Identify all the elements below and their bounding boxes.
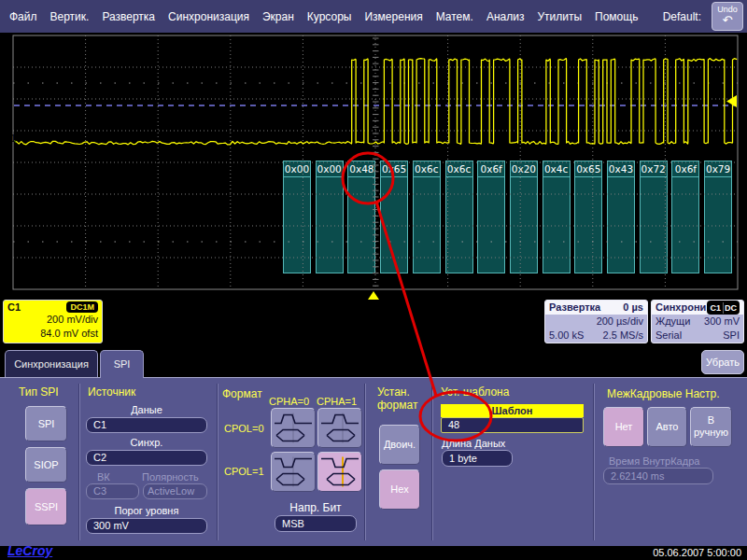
cpol0-cpha0-diagram-button[interactable] xyxy=(271,408,316,448)
polarity-label: Полярность xyxy=(142,471,199,483)
channel-scale: 200 mV/div xyxy=(7,313,98,327)
menu-items: ФайлВертик.РазверткаСинхронизацияЭкранКу… xyxy=(9,10,638,23)
bit-direction-select[interactable]: MSB xyxy=(275,515,357,532)
trigger-mode: Ждущи xyxy=(655,315,690,329)
menu-item-матем[interactable]: Матем. xyxy=(436,10,473,23)
decode-byte: 0x65 xyxy=(574,161,602,273)
menu-item-курсоры[interactable]: Курсоры xyxy=(307,10,352,23)
spi-type-title: Тип SPI xyxy=(19,385,59,399)
channel-c1-box[interactable]: C1 DC1M 200 mV/div 84.0 mV ofst xyxy=(3,300,103,343)
status-bar: LeCroy 05.06.2007 5:00:00 xyxy=(0,546,747,560)
decode-byte-value: 0x00 xyxy=(317,161,343,177)
spi-type-sspi-button[interactable]: SSPI xyxy=(25,488,67,525)
spi-type-siop-button[interactable]: SIOP xyxy=(25,447,67,483)
trigger-type: SPI xyxy=(723,329,740,343)
source-title: Источник xyxy=(88,385,135,399)
decode-byte: 0x00 xyxy=(316,161,344,273)
menu-item-файл[interactable]: Файл xyxy=(9,10,37,23)
trigger-title: Синхрони xyxy=(655,301,706,315)
decode-byte-value: 0x00 xyxy=(284,161,310,177)
lecroy-logo[interactable]: LeCroy xyxy=(7,543,52,558)
close-dialog-button[interactable]: Убрать xyxy=(701,350,744,374)
menu-item-экран[interactable]: Экран xyxy=(262,10,294,23)
divider xyxy=(78,384,80,540)
polarity-select: ActiveLow xyxy=(143,483,207,499)
spi-trigger-dialog: Тип SPI SPI SIOP SSPI Источник Даные C1 … xyxy=(0,377,747,546)
interframe-title: МежКадровые Настр. xyxy=(607,387,720,400)
timebase-rate: 2.5 MS/s xyxy=(603,329,643,343)
decode-byte-value: 0x79 xyxy=(705,161,731,177)
undo-button[interactable]: Undo ↶ xyxy=(712,2,743,31)
decode-byte-value: 0x6f xyxy=(478,161,504,177)
hex-format-button[interactable]: Hex xyxy=(379,469,420,510)
pattern-title: Уст. шаблона xyxy=(441,385,509,399)
cpol1-label: CPOL=1 xyxy=(224,466,264,477)
decode-byte: 0x6c xyxy=(445,161,473,273)
cpol1-cpha0-diagram-button[interactable] xyxy=(271,452,316,492)
decode-byte-value: 0x65 xyxy=(575,161,601,177)
decode-byte-value: 0x43 xyxy=(608,161,634,177)
cs-label: ВК xyxy=(97,471,110,483)
trigger-box[interactable]: Синхрони C1 DC Ждущи 300 mV Serial SPI xyxy=(651,300,744,343)
data-source-select[interactable]: C1 xyxy=(86,417,207,433)
decode-byte: 0x65 xyxy=(380,161,408,273)
trigger-mode2: Serial xyxy=(655,329,682,343)
clock-source-select[interactable]: C2 xyxy=(86,450,207,466)
view-format-title-2: формат xyxy=(377,399,417,412)
data-source-label: Даные xyxy=(86,404,207,415)
coupling-badge: DC1M xyxy=(66,301,98,313)
cpol0-label: CPOL=0 xyxy=(224,423,264,434)
clock-source-label: Синхр. xyxy=(86,437,207,448)
trigger-source: C1 xyxy=(709,302,722,314)
menu-item-анализ[interactable]: Анализ xyxy=(486,10,525,23)
decode-byte: 0x4c xyxy=(543,161,571,273)
cpol1-cpha1-diagram-button[interactable] xyxy=(317,452,362,492)
divider xyxy=(431,384,433,540)
threshold-label: Порог уровня xyxy=(86,505,207,516)
decode-byte-value: 0x20 xyxy=(511,161,537,177)
interframe-none-button[interactable]: Нет xyxy=(603,407,644,447)
timebase-samples: 5.00 kS xyxy=(549,329,584,343)
interframe-auto-button[interactable]: Авто xyxy=(647,407,687,447)
menu-item-вертик[interactable]: Вертик. xyxy=(50,10,90,23)
timebase-title: Развертка xyxy=(549,301,600,315)
decode-byte: 0x79 xyxy=(704,161,732,273)
decode-byte-value: 0x65 xyxy=(381,161,407,177)
decode-byte: 0x48 xyxy=(347,161,375,273)
menu-item-измерения[interactable]: Измерения xyxy=(364,10,422,23)
tab-trigger[interactable]: Синхронизация xyxy=(5,350,98,378)
cpha0-label: CPHA=0 xyxy=(269,396,309,407)
timebase-box[interactable]: Развертка 0 µs 200 µs/div 5.00 kS 2.5 MS… xyxy=(544,300,648,343)
view-format-title-1: Устан. xyxy=(377,385,410,399)
intraframe-time-label: Время ВнутрКадра xyxy=(609,455,699,467)
spi-type-spi-button[interactable]: SPI xyxy=(25,406,67,441)
cpha1-label: CPHA=1 xyxy=(317,396,357,407)
binary-format-button[interactable]: Двоич. xyxy=(379,425,420,465)
oscilloscope-screen: ФайлВертик.РазверткаСинхронизацияЭкранКу… xyxy=(0,0,747,560)
cpol0-cpha1-diagram-button[interactable] xyxy=(317,408,362,448)
tab-spi[interactable]: SPI xyxy=(100,350,144,378)
data-length-select[interactable]: 1 byte xyxy=(442,450,513,467)
decode-byte-value: 0x4c xyxy=(543,161,570,177)
intraframe-time-value: 2.62140 ms xyxy=(603,468,713,484)
menu-item-развертка[interactable]: Развертка xyxy=(102,10,155,23)
decode-byte: 0x00 xyxy=(283,161,311,273)
format-title: Формат xyxy=(222,387,262,400)
pattern-value-input[interactable]: 48 xyxy=(441,417,584,433)
datetime: 05.06.2007 5:00:00 xyxy=(653,547,741,558)
menu-item-синхронизация[interactable]: Синхронизация xyxy=(168,10,249,23)
menu-item-помощь[interactable]: Помощь xyxy=(595,10,638,23)
decode-byte-value: 0x6c xyxy=(446,161,472,177)
menu-item-утилиты[interactable]: Утилиты xyxy=(537,10,582,23)
divider xyxy=(217,384,218,540)
decode-byte: 0x6f xyxy=(477,161,505,273)
interframe-manual-button[interactable]: В ручную xyxy=(690,407,732,447)
decode-byte: 0x20 xyxy=(510,161,538,273)
data-length-label: Длина Даных xyxy=(442,438,505,449)
threshold-select[interactable]: 300 mV xyxy=(86,518,207,534)
trigger-level: 300 mV xyxy=(704,315,740,329)
decode-byte: 0x72 xyxy=(640,161,668,273)
pattern-header: Шаблон xyxy=(441,404,584,417)
default-label: Default: xyxy=(663,10,701,23)
decode-byte-value: 0x48 xyxy=(348,161,374,177)
